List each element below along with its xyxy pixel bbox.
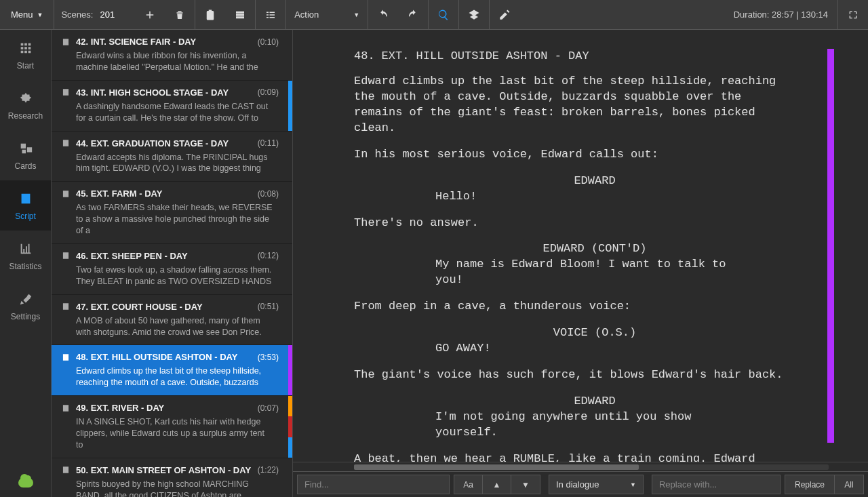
redo-button[interactable]	[398, 0, 428, 29]
edit-button[interactable]	[490, 0, 519, 29]
scene-title: 50. EXT. MAIN STREET OF ASHTON - DAY	[76, 465, 251, 475]
scene-item-46[interactable]: 46. EXT. SHEEP PEN - DAY(0:12)Two fat ew…	[52, 244, 292, 295]
action-block[interactable]: There's no answer.	[354, 216, 788, 231]
scene-duration: (0:51)	[258, 302, 283, 311]
scene-stripes	[288, 345, 292, 395]
scene-title: 47. EXT. COURT HOUSE - DAY	[76, 302, 203, 312]
scene-title: 46. EXT. SHEEP PEN - DAY	[76, 251, 188, 261]
nav-item-cards[interactable]: Cards	[0, 130, 51, 180]
nav-item-script[interactable]: Script	[0, 180, 51, 231]
scene-item-44[interactable]: 44. EXT. GRADUATION STAGE - DAY(0:11)Edw…	[52, 132, 292, 182]
scene-icon	[61, 189, 71, 199]
left-nav: StartResearchCardsScriptStatisticsSettin…	[0, 30, 52, 497]
dialogue-block[interactable]: Hello!	[354, 189, 788, 205]
scene-icon	[61, 138, 71, 148]
action-block[interactable]: The giant's voice has such force, it blo…	[354, 367, 788, 383]
scene-summary: As two FARMERS shake their heads, we REV…	[76, 202, 273, 237]
nav-item-research[interactable]: Research	[0, 80, 51, 130]
scene-summary: Two fat ewes look up, a shadow falling a…	[76, 264, 273, 287]
action-block[interactable]: A beat, then we hear a RUMBLE, like a tr…	[354, 452, 788, 462]
scene-duration: (1:22)	[258, 465, 283, 475]
scene-heading[interactable]: 48. EXT. HILL OUTSIDE ASHTON - DAY	[354, 49, 788, 64]
scene-stripes	[288, 81, 292, 131]
match-case-button[interactable]: Aa	[454, 475, 483, 494]
element-type-select[interactable]: Action▼	[286, 0, 368, 29]
scene-title: 48. EXT. HILL OUTSIDE ASHTON - DAY	[76, 352, 237, 362]
scene-stripes	[288, 132, 292, 182]
scene-stripes	[288, 182, 292, 243]
scene-icon	[61, 302, 71, 311]
delete-scene-button[interactable]	[165, 0, 195, 29]
scene-item-49[interactable]: 49. EXT. RIVER - DAY(0:07)IN A SINGLE SH…	[52, 396, 292, 458]
scene-color-stripe	[827, 49, 834, 443]
dialogue-block[interactable]: My name is Edward Bloom! I want to talk …	[354, 257, 788, 288]
scene-list[interactable]: 42. INT. SCIENCE FAIR - DAY(0:10)Edward …	[52, 30, 293, 497]
replace-all-button[interactable]: All	[835, 475, 863, 494]
scene-item-48[interactable]: 48. EXT. HILL OUTSIDE ASHTON - DAY(3:53)…	[52, 345, 292, 396]
scene-duration: (0:11)	[258, 138, 283, 148]
action-block[interactable]: From deep in a cave, a thunderous voice:	[354, 299, 788, 315]
panel-toggle-button[interactable]	[225, 0, 255, 29]
scene-icon	[61, 87, 71, 97]
character-cue[interactable]: EDWARD (CONT'D)	[354, 241, 788, 257]
scene-item-47[interactable]: 47. EXT. COURT HOUSE - DAY(0:51)A MOB of…	[52, 295, 292, 346]
scene-summary: A dashingly handsome Edward leads the CA…	[76, 101, 273, 124]
topbar: Menu▼ Scenes: 201 Action▼	[0, 0, 868, 30]
undo-button[interactable]	[368, 0, 398, 29]
scene-title: 45. EXT. FARM - DAY	[76, 188, 162, 199]
scene-stripes	[288, 396, 292, 458]
character-cue[interactable]: EDWARD	[354, 174, 788, 189]
scene-item-50[interactable]: 50. EXT. MAIN STREET OF ASHTON - DAY(1:2…	[52, 458, 292, 497]
scene-item-43[interactable]: 43. INT. HIGH SCHOOL STAGE - DAY(0:09)A …	[52, 81, 292, 132]
action-block[interactable]: In his most serious voice, Edward calls …	[354, 147, 788, 163]
find-scope-select[interactable]: In dialogue▼	[549, 475, 644, 494]
scenes-count: 201	[100, 9, 135, 20]
find-input[interactable]	[297, 475, 450, 494]
scene-summary: A MOB of about 50 have gathered, many of…	[76, 315, 273, 338]
character-cue[interactable]: VOICE (O.S.)	[354, 325, 788, 341]
menu-button[interactable]: Menu▼	[0, 0, 54, 29]
duration-display: Duration: 28:57 | 130:14	[724, 9, 837, 20]
scene-title: 43. INT. HIGH SCHOOL STAGE - DAY	[76, 87, 229, 98]
scene-summary: IN A SINGLE SHOT, Karl cuts his hair wit…	[76, 416, 273, 451]
scene-duration: (0:07)	[258, 403, 283, 413]
layers-button[interactable]	[459, 0, 489, 29]
replace-button[interactable]: Replace	[785, 475, 835, 494]
nav-item-settings[interactable]: Settings	[0, 281, 51, 331]
scene-icon	[61, 251, 71, 260]
script-area[interactable]: 48. EXT. HILL OUTSIDE ASHTON - DAY Edwar…	[293, 30, 868, 462]
dialogue-block[interactable]: GO AWAY!	[354, 341, 788, 357]
scene-icon	[61, 353, 71, 362]
scene-stripes	[288, 458, 292, 497]
dialogue-block[interactable]: I'm not going anywhere until you show yo…	[354, 410, 788, 441]
find-next-button[interactable]: ▼	[511, 475, 540, 494]
list-view-button[interactable]	[256, 0, 285, 29]
clipboard-button[interactable]	[195, 0, 225, 29]
scenes-label: Scenes:	[54, 9, 100, 20]
search-button[interactable]	[429, 0, 458, 29]
nav-item-statistics[interactable]: Statistics	[0, 231, 51, 281]
scene-summary: Edward climbs up the last bit of the ste…	[76, 365, 273, 389]
fullscreen-button[interactable]	[838, 0, 868, 29]
scene-duration: (0:12)	[258, 251, 283, 260]
scene-item-42[interactable]: 42. INT. SCIENCE FAIR - DAY(0:10)Edward …	[52, 30, 292, 81]
find-bar: Aa ▲ ▼ In dialogue▼ Replace All	[293, 471, 868, 497]
scene-icon	[61, 465, 71, 475]
cloud-sync-icon[interactable]	[18, 478, 33, 488]
editor-pane: 48. EXT. HILL OUTSIDE ASHTON - DAY Edwar…	[293, 30, 868, 497]
add-scene-button[interactable]	[135, 0, 165, 29]
nav-item-start[interactable]: Start	[0, 30, 51, 80]
horizontal-scrollbar[interactable]	[293, 462, 868, 471]
scene-duration: (3:53)	[258, 353, 283, 362]
find-prev-button[interactable]: ▲	[483, 475, 511, 494]
scene-duration: (0:08)	[258, 189, 283, 199]
scene-summary: Edward accepts his diploma. The PRINCIPA…	[76, 152, 273, 175]
character-cue[interactable]: EDWARD	[354, 394, 788, 410]
scene-stripes	[288, 295, 292, 345]
scene-item-45[interactable]: 45. EXT. FARM - DAY(0:08)As two FARMERS …	[52, 182, 292, 244]
scene-icon	[61, 403, 71, 413]
scene-duration: (0:09)	[258, 87, 283, 97]
action-block[interactable]: Edward climbs up the last bit of the ste…	[354, 74, 788, 136]
replace-input[interactable]	[652, 475, 781, 494]
scene-title: 42. INT. SCIENCE FAIR - DAY	[76, 37, 196, 47]
